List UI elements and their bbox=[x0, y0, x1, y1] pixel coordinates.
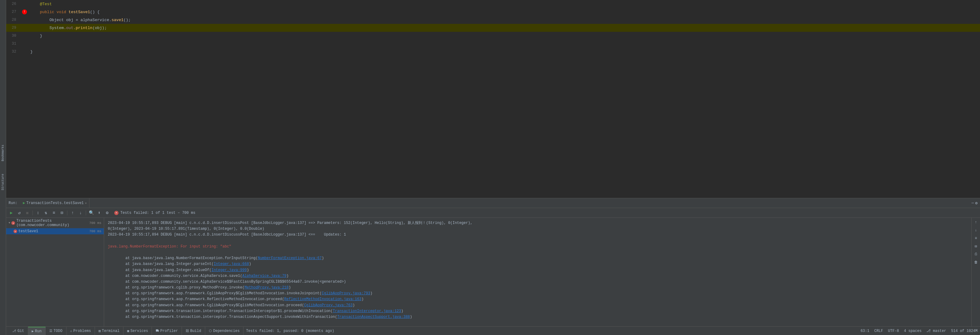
profiler-tab-icon: ⛟ bbox=[156, 329, 159, 333]
line-number: 26 bbox=[6, 2, 20, 6]
output-line bbox=[108, 238, 968, 244]
line-content: } bbox=[29, 49, 980, 54]
output-line: at com.nowcoder.community.service.AlphaS… bbox=[108, 273, 968, 279]
run-panel: Run: ▶ TransactionTests.testSave1 ✕ — ⚙ … bbox=[6, 198, 980, 326]
status-tab-dependencies[interactable]: ⬡Dependencies bbox=[205, 327, 243, 335]
todo-tab-label: TODO bbox=[54, 329, 62, 333]
code-line: 26 @Test bbox=[6, 0, 980, 8]
collapse-button[interactable]: ⊟ bbox=[59, 210, 65, 216]
stack-link[interactable]: CglibAopProxy.java:763 bbox=[304, 303, 353, 308]
scroll-up-button[interactable]: ↑ bbox=[69, 210, 76, 216]
output-line: 2023-04-19 10:55:17,893 DEBUG [main] c.n… bbox=[108, 220, 968, 226]
cursor-position: 63:1 bbox=[861, 329, 869, 333]
output-line: at java.base/java.lang.Integer.valueOf(I… bbox=[108, 267, 968, 273]
output-line: at org.springframework.aop.framework.Cgl… bbox=[108, 291, 968, 297]
output-line: at java.base/java.lang.Integer.parseInt(… bbox=[108, 261, 968, 267]
output-line: 0(Integer), 2023-04-19 10:55:17.891(Time… bbox=[108, 226, 968, 232]
terminal-tab-icon: ▤ bbox=[99, 329, 101, 333]
sort-dur-button[interactable]: ⇅ bbox=[43, 210, 49, 216]
export-button[interactable]: ⬆ bbox=[96, 210, 103, 216]
expand-arrow-icon: ▼ bbox=[9, 222, 10, 225]
status-tab-problems[interactable]: ⚠Problems bbox=[67, 327, 95, 335]
status-tab-todo[interactable]: ☰TODO bbox=[46, 327, 67, 335]
problems-tab-icon: ⚠ bbox=[70, 329, 72, 333]
bookmarks-label[interactable]: Bookmarks bbox=[1, 145, 5, 161]
minimize-icon[interactable]: — bbox=[971, 201, 974, 206]
separator2 bbox=[67, 211, 67, 215]
scroll-up-icon[interactable]: ↑ bbox=[973, 219, 979, 226]
print-icon[interactable]: ⎙ bbox=[973, 251, 979, 257]
delete-icon[interactable]: 🗑 bbox=[973, 259, 979, 265]
build-tab-icon: ⛓ bbox=[186, 329, 189, 333]
tree-item[interactable]: ▼✕TransactionTests (com.nowcoder.communi… bbox=[6, 218, 104, 228]
tree-item-time: 700 ms bbox=[89, 221, 101, 225]
output-line: 2023-04-19 10:55:17,894 DEBUG [main] c.n… bbox=[108, 232, 968, 238]
status-tab-run[interactable]: ▶Run bbox=[28, 327, 46, 335]
tree-item-label: testSave1 bbox=[18, 229, 88, 233]
line-content: } bbox=[29, 34, 980, 38]
status-tab-services[interactable]: ▣Services bbox=[123, 327, 152, 335]
close-tab-icon[interactable]: ✕ bbox=[85, 201, 87, 205]
status-tab-build[interactable]: ⛓Build bbox=[182, 327, 205, 335]
line-number: 31 bbox=[6, 41, 20, 46]
fail-text: Tests failed: 1 of 1 test – 700 ms bbox=[120, 211, 196, 215]
rerun-button[interactable]: ↺ bbox=[16, 210, 23, 216]
stack-link[interactable]: AlphaService.java:79 bbox=[242, 274, 286, 278]
test-output: 2023-04-19 10:55:17,893 DEBUG [main] c.n… bbox=[104, 218, 971, 326]
indent-size: 4 spaces bbox=[904, 329, 922, 333]
line-number: 30 bbox=[6, 34, 20, 38]
code-line: 27! public void testSave1() { bbox=[6, 8, 980, 16]
test-tree[interactable]: ▼✕TransactionTests (com.nowcoder.communi… bbox=[6, 218, 104, 326]
stack-link[interactable]: Integer.java:999 bbox=[211, 268, 247, 272]
stack-link[interactable]: TransactionAspectSupport.java:388 bbox=[337, 315, 410, 319]
line-number: 28 bbox=[6, 18, 20, 22]
separator bbox=[32, 211, 33, 215]
run-tab-icon: ▶ bbox=[32, 329, 34, 333]
stack-link[interactable]: NumberFormatException.java:67 bbox=[258, 256, 322, 260]
run-button[interactable]: ▶ bbox=[8, 210, 15, 216]
output-line: at org.springframework.cglib.proxy.Metho… bbox=[108, 285, 968, 291]
line-number: 32 bbox=[6, 49, 20, 54]
stack-link[interactable]: MethodProxy.java:218 bbox=[244, 286, 288, 290]
status-tab-terminal[interactable]: ▤Terminal bbox=[95, 327, 123, 335]
stop-button[interactable]: ◼ bbox=[24, 210, 30, 216]
code-line: 30 } bbox=[6, 32, 980, 40]
git-tab-label: Git bbox=[18, 329, 24, 333]
scroll-down-button[interactable]: ↓ bbox=[77, 210, 84, 216]
stack-link[interactable]: CglibAopProxy.java:793 bbox=[322, 291, 370, 295]
dependencies-tab-label: Dependencies bbox=[213, 329, 240, 333]
status-bar: ⎇Git▶Run☰TODO⚠Problems▤Terminal▣Services… bbox=[6, 326, 980, 335]
collapse-icon[interactable]: ⊟ bbox=[973, 243, 979, 250]
memory-indicator: 514 of 1024M bbox=[951, 329, 978, 333]
run-tab[interactable]: ▶ TransactionTests.testSave1 ✕ bbox=[21, 198, 90, 208]
todo-tab-icon: ☰ bbox=[49, 329, 52, 333]
line-ending: CRLF bbox=[874, 329, 883, 333]
dependencies-tab-icon: ⬡ bbox=[209, 329, 212, 333]
output-line: java.lang.NumberFormatException: For inp… bbox=[108, 244, 968, 250]
line-gutter: ! bbox=[20, 10, 29, 14]
line-content: System.out.println(obj); bbox=[29, 26, 980, 30]
sort-alpha-button[interactable]: ↕ bbox=[35, 210, 41, 216]
stack-link[interactable]: TransactionInterceptor.java:123 bbox=[333, 309, 401, 313]
expand-button[interactable]: ≡ bbox=[51, 210, 57, 216]
tree-item[interactable]: ✕testSave1700 ms bbox=[6, 228, 104, 234]
settings-button[interactable]: ⚙ bbox=[104, 210, 111, 216]
code-editor: 26 @Test27! public void testSave1() {28 … bbox=[6, 0, 980, 198]
status-tab-profiler[interactable]: ⛟Profiler bbox=[152, 327, 182, 335]
output-line: at java.base/java.lang.NumberFormatExcep… bbox=[108, 256, 968, 261]
right-toolbar: ↑↓≡⊟⎙🗑 bbox=[971, 218, 980, 326]
fail-circle-icon: ✕ bbox=[11, 221, 15, 225]
search-button[interactable]: 🔍 bbox=[88, 210, 95, 216]
gear-icon[interactable]: ⚙ bbox=[975, 201, 978, 206]
stack-link[interactable]: ReflectiveMethodInvocation.java:163 bbox=[284, 297, 361, 301]
stack-link[interactable]: Integer.java:668 bbox=[214, 262, 249, 266]
status-tab-git[interactable]: ⎇Git bbox=[9, 327, 28, 335]
run-content: ▼✕TransactionTests (com.nowcoder.communi… bbox=[6, 218, 980, 326]
code-line: 28 Object obj = alphaService.save1(); bbox=[6, 16, 980, 24]
fail-circle-icon: ✕ bbox=[13, 229, 17, 233]
fail-icon: ✕ bbox=[114, 211, 119, 215]
align-icon[interactable]: ≡ bbox=[973, 235, 979, 242]
vcs-branch[interactable]: ⎇ master bbox=[926, 329, 946, 333]
scroll-down-icon[interactable]: ↓ bbox=[973, 227, 979, 234]
structure-label[interactable]: Structure bbox=[1, 174, 5, 190]
